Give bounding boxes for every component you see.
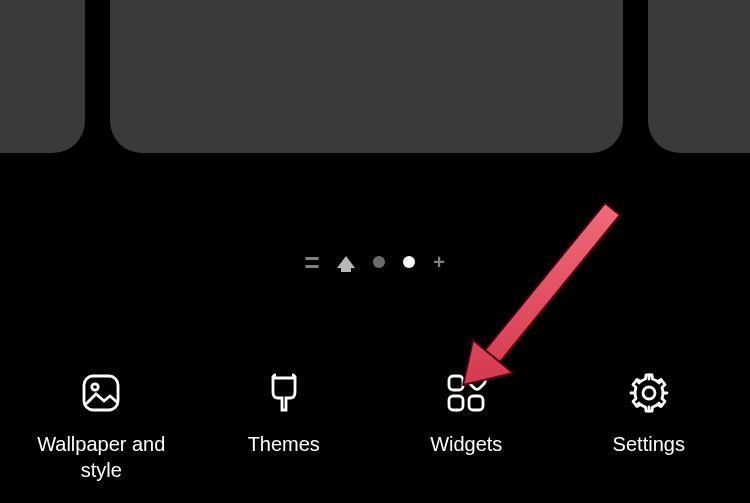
svg-rect-3 — [449, 396, 463, 410]
themes-label: Themes — [248, 431, 320, 457]
pagination-add-page[interactable]: + — [433, 252, 445, 272]
svg-rect-0 — [84, 376, 118, 410]
home-panel-next[interactable] — [648, 0, 750, 153]
pagination-page-dot-active[interactable] — [403, 256, 415, 268]
svg-rect-2 — [449, 376, 463, 390]
svg-rect-5 — [467, 371, 487, 391]
themes-icon — [262, 371, 306, 415]
widgets-button[interactable]: Widgets — [381, 371, 551, 483]
pagination-home[interactable] — [337, 256, 355, 268]
annotation-arrow — [445, 195, 625, 390]
svg-point-6 — [643, 387, 655, 399]
settings-label: Settings — [613, 431, 685, 457]
wallpaper-label: Wallpaper and style — [16, 431, 186, 483]
home-panel-prev[interactable]: time — [0, 0, 85, 153]
themes-button[interactable]: Themes — [199, 371, 369, 483]
pagination: + — [0, 252, 750, 272]
wallpaper-icon — [79, 371, 123, 415]
settings-icon — [627, 371, 671, 415]
wallpaper-button[interactable]: Wallpaper and style — [16, 371, 186, 483]
widgets-icon — [444, 371, 488, 415]
pagination-page-dot[interactable] — [373, 256, 385, 268]
home-edit-toolbar: Wallpaper and style Themes Widgets — [0, 371, 750, 483]
home-panel-carousel[interactable]: time — [0, 0, 750, 175]
svg-point-1 — [92, 384, 98, 390]
settings-button[interactable]: Settings — [564, 371, 734, 483]
svg-rect-4 — [469, 396, 483, 410]
home-panel-current[interactable] — [110, 0, 623, 153]
pagination-apps[interactable] — [305, 257, 319, 268]
widgets-label: Widgets — [430, 431, 502, 457]
